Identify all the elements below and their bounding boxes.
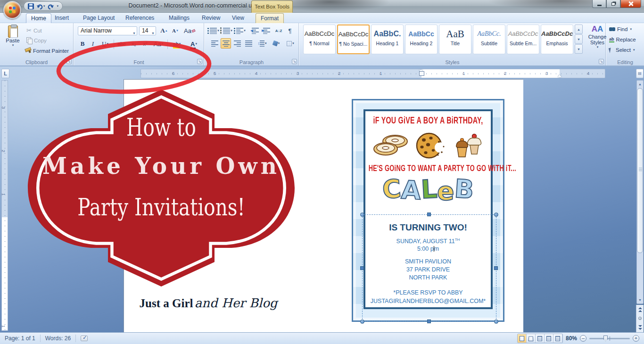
tab-references[interactable]: References (121, 13, 159, 23)
grow-font-button[interactable]: A▲ (159, 25, 169, 36)
proofing-status-button[interactable] (76, 333, 92, 344)
align-left-button[interactable] (209, 38, 220, 49)
office-button[interactable] (3, 1, 21, 19)
bullets-button[interactable]: ▾ (209, 25, 220, 36)
minimize-button[interactable] (592, 0, 606, 8)
font-size-combobox[interactable]: 14▼ (139, 26, 156, 35)
paragraph-dialog-launcher[interactable]: ↘ (292, 59, 297, 64)
resize-handle-bottom-middle[interactable] (427, 319, 431, 323)
word-count[interactable]: Words: 26 (41, 333, 75, 344)
scrollbar-thumb[interactable] (637, 88, 643, 253)
page-indicator[interactable]: Page: 1 of 1 (0, 333, 40, 344)
change-case-button[interactable]: Aa▾ (151, 39, 165, 49)
undo-button[interactable]: ▾ (36, 3, 45, 9)
restore-button[interactable] (606, 0, 620, 8)
numbering-button[interactable]: ▾ (223, 25, 233, 36)
draft-view-button[interactable] (553, 334, 562, 343)
style-emphasis[interactable]: AaBbCcDc Emphasis (541, 25, 573, 54)
style-no-spacing[interactable]: AaBbCcDc ¶ No Spaci... (337, 25, 370, 54)
tab-selector-button[interactable]: L (1, 69, 9, 78)
tab-review[interactable]: Review (197, 13, 225, 23)
increase-indent-button[interactable]: ▶ (261, 25, 272, 36)
style-gallery-down-button[interactable]: ▼ (575, 34, 583, 44)
subscript-button[interactable]: x₂ (129, 39, 139, 49)
paste-dropdown-icon[interactable]: ▾ (12, 43, 14, 47)
tab-page-layout[interactable]: Page Layout (78, 13, 119, 23)
tab-home[interactable]: Home (26, 13, 51, 23)
borders-button[interactable]: ▾ (284, 38, 297, 49)
sort-button[interactable]: A↓Z (273, 25, 284, 36)
multilevel-list-button[interactable]: ▾ (236, 25, 246, 36)
style-subtle-emphasis[interactable]: AaBbCcDc Subtle Em... (507, 25, 539, 54)
find-button[interactable]: Find▾ (609, 26, 632, 32)
zoom-slider[interactable] (589, 338, 630, 339)
change-case-dropdown-icon[interactable]: ▾ (162, 42, 164, 46)
zoom-out-button[interactable]: – (580, 335, 586, 342)
resize-handle-top-right[interactable] (494, 213, 498, 217)
line-spacing-button[interactable]: ↕▾ (256, 38, 269, 49)
align-center-button[interactable] (221, 38, 231, 49)
tab-format[interactable]: Format (256, 13, 284, 23)
select-browse-object-button[interactable] (636, 314, 644, 323)
styles-dialog-launcher[interactable]: ↘ (599, 59, 604, 64)
strikethrough-button[interactable]: abc (116, 39, 128, 49)
replace-button[interactable]: ab Replace (609, 37, 636, 42)
font-name-dropdown-icon[interactable]: ▼ (132, 29, 136, 37)
style-gallery-more-button[interactable]: ▼ (575, 44, 583, 54)
undo-dropdown-icon[interactable]: ▾ (43, 4, 45, 8)
highlight-dropdown-icon[interactable]: ▾ (179, 42, 181, 46)
underline-dropdown-icon[interactable]: ▾ (107, 42, 108, 46)
resize-handle-bottom-left[interactable] (360, 319, 364, 324)
scrollbar-track[interactable]: ▲ ▼ (636, 80, 644, 304)
format-painter-button[interactable]: Format Painter (25, 48, 69, 54)
justify-button[interactable] (243, 38, 254, 49)
scroll-down-button[interactable]: ▼ (637, 296, 643, 303)
clear-formatting-button[interactable]: Aa (183, 25, 196, 36)
font-color-button[interactable]: A ▾ (186, 39, 201, 49)
style-heading1[interactable]: AaBbC. Heading 1 (371, 25, 404, 54)
style-subtitle[interactable]: AaBbCc. Subtitle (473, 25, 505, 54)
font-name-combobox[interactable]: Arial Narrow▼ (78, 26, 137, 35)
resize-handle-top-middle[interactable] (427, 213, 431, 216)
view-ruler-toggle-button[interactable]: ▤ (636, 69, 644, 78)
paste-button[interactable]: Paste ▾ (3, 25, 23, 47)
font-dialog-launcher[interactable]: ↘ (197, 59, 202, 64)
right-indent-marker[interactable] (558, 74, 561, 77)
previous-page-button[interactable] (636, 305, 644, 314)
zoom-in-button[interactable]: + (633, 335, 639, 342)
invitation-textbox[interactable]: iF YOU GiVE A BOY A BiRTHDAY, (352, 99, 504, 322)
horizontal-ruler[interactable]: 6 5 4 3 2 1 1 2 3 4 (140, 69, 605, 78)
select-button[interactable]: Select▾ (609, 47, 635, 53)
underline-button[interactable]: U▾ (99, 39, 112, 49)
qat-customize-icon[interactable]: ▾ (57, 4, 59, 8)
font-color-dropdown-icon[interactable]: ▾ (195, 42, 197, 46)
resize-handle-middle-right[interactable] (494, 266, 498, 270)
tab-view[interactable]: View (227, 13, 249, 23)
outline-view-button[interactable] (545, 334, 553, 343)
redo-button[interactable] (48, 3, 54, 9)
align-right-button[interactable] (232, 38, 242, 49)
fullscreen-reading-view-button[interactable] (527, 334, 536, 343)
style-heading2[interactable]: AaBbCc Heading 2 (405, 25, 438, 54)
next-page-button[interactable] (636, 323, 644, 332)
decrease-indent-button[interactable]: ◀ (250, 25, 260, 36)
italic-button[interactable]: I (88, 39, 98, 49)
superscript-button[interactable]: x² (140, 39, 150, 49)
style-normal[interactable]: AaBbCcDc ¶ Normal (303, 25, 336, 54)
print-layout-view-button[interactable] (518, 334, 527, 343)
indent-marker[interactable] (419, 70, 423, 77)
font-size-dropdown-icon[interactable]: ▼ (151, 29, 155, 37)
clipboard-dialog-launcher[interactable]: ↘ (66, 59, 72, 64)
vertical-ruler[interactable]: 3 2 1 1 (1, 80, 8, 331)
resize-handle-middle-left[interactable] (360, 266, 364, 270)
resize-handle-bottom-right[interactable] (494, 319, 498, 324)
zoom-level[interactable]: 80% (566, 335, 577, 342)
resize-handle-top-left[interactable] (360, 213, 364, 217)
web-layout-view-button[interactable] (536, 334, 545, 343)
style-gallery-up-button[interactable]: ▲ (575, 25, 583, 34)
bold-button[interactable]: B (78, 39, 87, 49)
shrink-font-button[interactable]: A▼ (170, 25, 181, 36)
style-title[interactable]: AaB Title (439, 25, 471, 54)
save-button[interactable] (28, 3, 34, 9)
tab-mailings[interactable]: Mailings (164, 13, 194, 23)
